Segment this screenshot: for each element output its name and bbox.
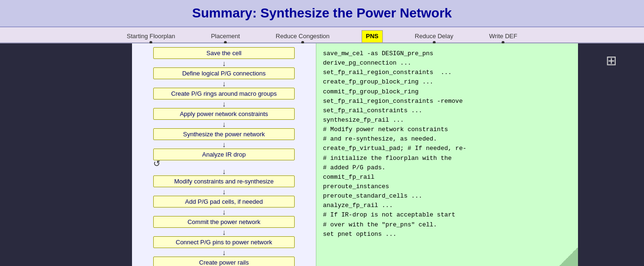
flow-arrow: ↓ [153,80,295,88]
flow-arrow: ↓ [153,249,295,257]
code-line: # If IR-drop is not acceptable start [323,210,571,220]
nav-item-reduce-congestion[interactable]: Reduce Congestion [272,31,333,42]
code-line: synthesize_fp_rail ... [323,116,571,125]
right-sidebar: ⊞ [578,43,644,266]
code-line: # over with the "pre_pns" cell. [323,220,571,230]
code-line: set pnet options ... [323,230,571,239]
monitor-icon: ⊞ [606,53,617,68]
code-line: save_mw_cel -as DESIGN_pre_pns [323,49,571,58]
flow-step-8[interactable]: Commit the power network [153,216,295,228]
code-line: # initialize the floorplan with the [323,154,571,163]
flow-step-1[interactable]: Define logical P/G connections [153,67,295,79]
flow-step-0[interactable]: Save the cell [153,47,295,59]
code-line: set_fp_rail_region_constraints ... [323,68,571,77]
code-line: # and re-synthesize, as needed. [323,134,571,144]
flow-step-10[interactable]: Create power rails [153,257,295,266]
code-line: # added P/G pads. [323,163,571,173]
flow-arrow: ↓ [153,100,295,108]
flow-step-5[interactable]: Analyze IR drop [153,149,295,160]
flow-arrow: ↓ [153,60,295,67]
code-line: set_fp_rail_constraints ... [323,106,571,116]
page-curl [559,247,578,266]
flow-step-6[interactable]: Modify constraints and re-synthesize [153,175,295,187]
code-line: analyze_fp_rail ... [323,201,571,210]
code-line: preroute_standard_cells ... [323,191,571,201]
code-line: derive_pg_connection ... [323,58,571,68]
code-line: preroute_instances [323,182,571,191]
code-line: commit_fp_group_block_ring [323,87,571,97]
header: Summary: Synthesize the Power Network [0,0,644,27]
flow-arrow: ↓ [153,141,295,149]
page-title: Summary: Synthesize the Power Network [9,6,635,21]
code-line: create_fp_group_block_ring ... [323,77,571,87]
flow-diagram: Save the cell↓Define logical P/G connect… [132,43,316,266]
flow-step-9[interactable]: Connect P/G pins to power network [153,236,295,248]
flow-arrow: ↓ [153,229,295,236]
code-line: commit_fp_rail [323,173,571,182]
nav-item-reduce-delay[interactable]: Reduce Delay [411,31,457,42]
flow-arrow: ↓ [153,168,295,175]
loop-indicator: ↺ [153,161,295,168]
nav-item-pns[interactable]: PNS [362,30,383,42]
left-sidebar [0,43,132,266]
nav-item-placement[interactable]: Placement [207,31,243,42]
code-line: create_fp_virtual_pad; # If needed, re- [323,144,571,153]
flow-step-3[interactable]: Apply power network constraints [153,108,295,120]
code-panel: save_mw_cel -as DESIGN_pre_pnsderive_pg_… [316,43,578,266]
flow-arrow: ↓ [153,188,295,196]
nav-bar: Starting FloorplanPlacementReduce Conges… [0,27,644,43]
flow-step-2[interactable]: Create P/G rings around macro groups [153,88,295,100]
nav-item-write-def[interactable]: Write DEF [485,31,521,42]
content-area: Save the cell↓Define logical P/G connect… [0,43,644,266]
flow-arrow: ↓ [153,208,295,216]
code-line: # Modify power network constraints [323,125,571,134]
nav-item-starting-floorplan[interactable]: Starting Floorplan [123,31,179,42]
flow-step-4[interactable]: Synthesize the power network [153,128,295,140]
flow-arrow: ↓ [153,121,295,128]
main-wrapper: Summary: Synthesize the Power Network St… [0,0,644,266]
flow-step-7[interactable]: Add P/G pad cells, if needed [153,196,295,208]
code-line: set_fp_rail_region_constraints -remove [323,97,571,106]
